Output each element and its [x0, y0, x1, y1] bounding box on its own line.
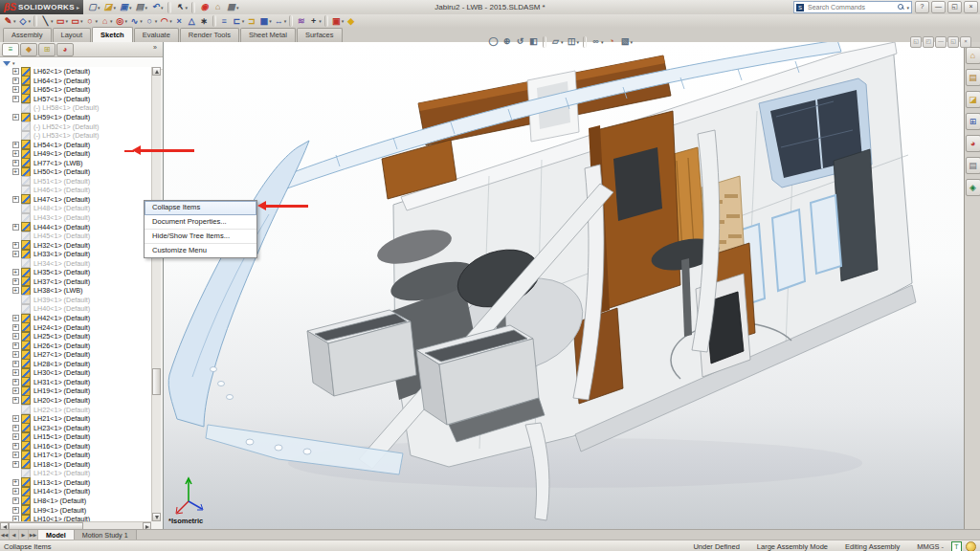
window-button[interactable]: ×: [964, 1, 978, 13]
expand-plus-icon[interactable]: [12, 488, 19, 495]
expand-plus-icon[interactable]: [12, 278, 19, 285]
tree-item[interactable]: LH31<1> (Default): [0, 378, 151, 387]
expand-plus-icon[interactable]: [12, 114, 19, 121]
toolbar-button[interactable]: ≋: [295, 15, 307, 28]
toolbar-button[interactable]: ◫: [566, 35, 581, 48]
toolbar-button[interactable]: [191, 2, 195, 13]
toolbar-button[interactable]: [167, 2, 171, 13]
toolbar-button[interactable]: ▦: [225, 1, 240, 13]
expand-plus-icon[interactable]: [12, 315, 19, 321]
window-button[interactable]: ◱: [947, 1, 962, 13]
toolbar-button[interactable]: ↖: [174, 1, 189, 13]
tree-item[interactable]: LH38<1> (LWB): [0, 286, 151, 296]
toolbar-button[interactable]: ↺: [514, 35, 526, 48]
toolbar-button[interactable]: ▱: [549, 35, 565, 48]
toolbar-button[interactable]: [543, 36, 546, 48]
units-selector[interactable]: MMGS: [908, 542, 941, 551]
command-tab[interactable]: Assembly: [3, 28, 52, 42]
toolbar-button[interactable]: ◇: [17, 15, 33, 28]
task-pane-tab[interactable]: ▤: [966, 69, 980, 86]
filter-funnel-icon[interactable]: [3, 61, 11, 66]
tree-item[interactable]: LH12<1> (Default): [0, 469, 151, 478]
task-pane-tab[interactable]: ◕: [966, 135, 980, 152]
tree-item[interactable]: LH51<1> (Default): [0, 177, 151, 187]
search-commands-box[interactable]: S ▾: [793, 1, 912, 13]
tree-item[interactable]: LH37<1> (Default): [0, 277, 151, 287]
scroll-down-icon[interactable]: [152, 513, 161, 521]
tree-item[interactable]: LH28<1> (Default): [0, 360, 151, 369]
featuremanager-tab[interactable]: ≡: [2, 43, 19, 56]
toolbar-button[interactable]: ⊕: [501, 35, 513, 48]
expand-plus-icon[interactable]: [12, 287, 19, 294]
tree-item[interactable]: LH40<1> (Default): [0, 304, 151, 314]
expand-plus-icon[interactable]: [12, 415, 19, 422]
tree-item[interactable]: LH17<1> (Default): [0, 451, 151, 460]
tree-item[interactable]: LH15<1> (Default): [0, 432, 151, 442]
tree-item[interactable]: LH50<1> (Default): [0, 167, 151, 177]
expand-plus-icon[interactable]: [12, 369, 19, 376]
toolbar-button[interactable]: ×: [173, 15, 186, 28]
expand-plus-icon[interactable]: [12, 397, 19, 404]
expand-plus-icon[interactable]: [12, 142, 19, 148]
graphics-viewport[interactable]: *Isometric: [164, 42, 964, 529]
expand-plus-icon[interactable]: [12, 96, 19, 102]
tree-item[interactable]: LH14<1> (Default): [0, 487, 151, 496]
window-button[interactable]: ◱: [910, 36, 922, 48]
tree-item[interactable]: LH59<1> (Default): [0, 113, 151, 122]
task-pane-tab[interactable]: ⊞: [966, 113, 980, 130]
window-button[interactable]: ◱: [947, 36, 959, 48]
command-tab[interactable]: Sheet Metal: [240, 28, 296, 42]
scrollbar-thumb[interactable]: [152, 368, 161, 395]
feature-tree[interactable]: LH62<1> (Default) LH64<1> (Default) LH65…: [0, 67, 151, 521]
tree-item[interactable]: LH24<1> (Default): [0, 322, 151, 332]
expand-plus-icon[interactable]: [12, 68, 19, 75]
tree-item[interactable]: LH18<1> (Default): [0, 460, 151, 470]
units-dropdown[interactable]: -: [942, 542, 952, 551]
toolbar-button[interactable]: ▢: [86, 1, 101, 13]
quick-tips-icon[interactable]: [966, 541, 976, 551]
expand-plus-icon[interactable]: [12, 242, 19, 249]
toolbar-button[interactable]: ▧: [619, 35, 635, 48]
toolbar-button[interactable]: ▭: [69, 15, 84, 28]
expand-plus-icon[interactable]: [12, 160, 19, 166]
toolbar-button[interactable]: [289, 15, 293, 27]
expand-plus-icon[interactable]: [12, 168, 19, 175]
toolbar-button[interactable]: ◉: [198, 1, 211, 13]
tree-item[interactable]: LH34<1> (Default): [0, 258, 151, 268]
context-menu-item[interactable]: Collapse Items: [145, 201, 256, 215]
tree-item[interactable]: LH42<1> (Default): [0, 314, 151, 323]
expand-plus-icon[interactable]: [12, 387, 19, 394]
toolbar-button[interactable]: ▣: [118, 1, 133, 13]
tree-item[interactable]: LH27<1> (Default): [0, 350, 151, 360]
tree-item[interactable]: LH48<1> (Default): [0, 204, 151, 213]
search-input[interactable]: [806, 3, 896, 11]
toolbar-button[interactable]: ◎: [114, 15, 129, 28]
search-dropdown-icon[interactable]: ▾: [906, 5, 909, 11]
toolbar-button[interactable]: ◔: [606, 35, 618, 48]
toolbar-button[interactable]: ✎: [2, 15, 17, 28]
toolbar-button[interactable]: ⊐: [245, 15, 257, 28]
context-menu-item[interactable]: Customize Menu: [145, 244, 256, 257]
tree-item[interactable]: LH33<1> (Default): [0, 250, 151, 259]
expand-plus-icon[interactable]: [12, 507, 19, 514]
expand-plus-icon[interactable]: [12, 269, 19, 276]
toolbar-button[interactable]: ⌂: [99, 15, 114, 28]
toolbar-button[interactable]: ▭: [55, 15, 70, 28]
task-pane-tab[interactable]: ◪: [966, 91, 980, 108]
tree-item[interactable]: LH44<1> (Default): [0, 222, 151, 231]
toolbar-button[interactable]: [583, 36, 587, 48]
toolbar-button[interactable]: ∗: [198, 15, 211, 28]
expand-plus-icon[interactable]: [12, 452, 19, 458]
window-button[interactable]: —: [931, 1, 946, 13]
command-tab[interactable]: Render Tools: [180, 28, 239, 42]
toolbar-button[interactable]: △: [186, 15, 198, 28]
window-button[interactable]: ×: [960, 36, 971, 48]
tree-item[interactable]: LH25<1> (Default): [0, 332, 151, 342]
tree-item[interactable]: LH62<1> (Default): [0, 67, 151, 77]
tree-item[interactable]: LH65<1> (Default): [0, 85, 151, 95]
tree-item[interactable]: LH77<1> (LWB): [0, 158, 151, 167]
expand-plus-icon[interactable]: [12, 497, 19, 504]
window-button[interactable]: ◰: [923, 36, 934, 48]
toolbar-button[interactable]: +: [307, 15, 323, 28]
filter-dropdown-icon[interactable]: ▾: [12, 60, 15, 66]
